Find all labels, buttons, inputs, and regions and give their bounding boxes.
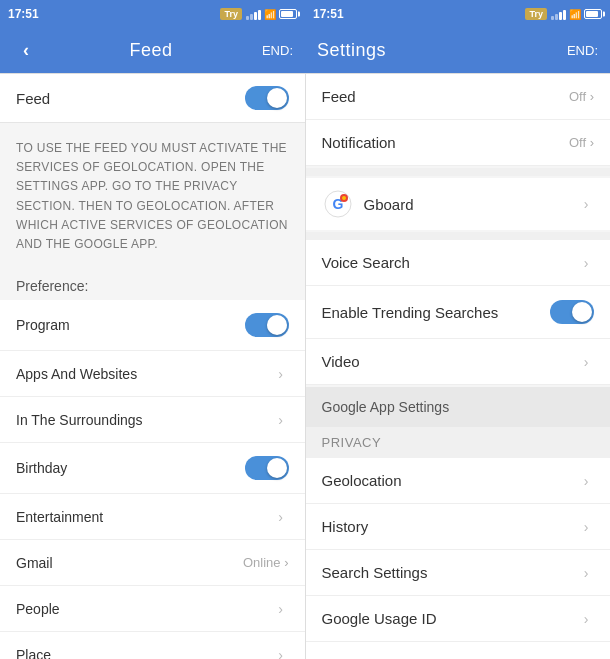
list-item[interactable]: In The Surroundings › <box>0 397 305 443</box>
chevron-icon: › <box>273 509 289 525</box>
voice-search-chevron-icon: › <box>578 255 594 271</box>
svg-point-3 <box>342 196 346 200</box>
google-app-settings-label: Google App Settings <box>322 399 450 415</box>
google-app-settings-section: Google App Settings <box>306 387 611 427</box>
feed-toggle[interactable] <box>245 86 289 110</box>
feed-info-text: To Use The Feed You Must Activate The Se… <box>0 125 305 268</box>
feed-setting-label: Feed <box>322 88 356 105</box>
right-status-bar: 17:51 Try 📶 <box>305 0 610 28</box>
list-item[interactable]: Apps And Websites › <box>0 351 305 397</box>
right-time: 17:51 <box>313 7 344 21</box>
left-panel: Feed To Use The Feed You Must Activate T… <box>0 74 306 659</box>
list-item[interactable]: Entertainment › <box>0 494 305 540</box>
right-nav-bar: Settings END: <box>305 28 610 73</box>
feed-toggle-section: Feed <box>0 74 305 123</box>
program-label: Program <box>16 317 70 333</box>
geolocation-chevron-icon: › <box>578 473 594 489</box>
right-panel: Feed Off › Notification Off › G <box>306 74 611 659</box>
touch-id-item[interactable]: Enable Touch ID per navigations in Cogni… <box>306 642 611 659</box>
wifi-icon-right: 📶 <box>569 9 581 20</box>
program-toggle[interactable] <box>245 313 289 337</box>
feed-toggle-label: Feed <box>16 90 50 107</box>
list-item[interactable]: Birthday <box>0 443 305 494</box>
feed-setting-item[interactable]: Feed Off › <box>306 74 611 120</box>
trending-toggle[interactable] <box>550 300 594 324</box>
gboard-section: G Gboard › <box>306 178 611 230</box>
preference-list: Program Apps And Websites › In The Surro… <box>0 300 305 659</box>
right-nav-end: END: <box>567 43 598 58</box>
geolocation-item[interactable]: Geolocation › <box>306 458 611 504</box>
google-usage-id-label: Google Usage ID <box>322 610 437 627</box>
google-usage-id-chevron-icon: › <box>578 611 594 627</box>
left-status-icons: 📶 <box>246 8 297 20</box>
history-item[interactable]: History › <box>306 504 611 550</box>
left-nav-title: Feed <box>129 40 172 61</box>
notification-label: Notification <box>322 134 396 151</box>
left-nav-bar: ‹ Feed END: <box>0 28 305 73</box>
birthday-label: Birthday <box>16 460 67 476</box>
voice-search-label: Voice Search <box>322 254 410 271</box>
search-settings-list: Voice Search › Enable Trending Searches … <box>306 240 611 385</box>
history-label: History <box>322 518 369 535</box>
right-status-icons: 📶 <box>551 8 602 20</box>
left-tag: Try <box>220 8 242 20</box>
chevron-icon: › <box>273 412 289 428</box>
surroundings-label: In The Surroundings <box>16 412 143 428</box>
chevron-icon: › <box>273 647 289 659</box>
list-item[interactable]: Program <box>0 300 305 351</box>
history-chevron-icon: › <box>578 519 594 535</box>
trending-searches-item[interactable]: Enable Trending Searches <box>306 286 611 339</box>
right-nav-title: Settings <box>317 40 386 61</box>
divider <box>306 168 611 176</box>
geolocation-label: Geolocation <box>322 472 402 489</box>
preference-heading: Preference: <box>0 268 305 300</box>
gboard-logo-icon: G <box>322 188 354 220</box>
right-tag: Try <box>525 8 547 20</box>
voice-search-item[interactable]: Voice Search › <box>306 240 611 286</box>
birthday-toggle[interactable] <box>245 456 289 480</box>
battery-icon-right <box>584 9 602 19</box>
left-status-bar: 17:51 Try 📶 <box>0 0 305 28</box>
list-item[interactable]: People › <box>0 586 305 632</box>
gboard-left: G Gboard <box>322 188 414 220</box>
video-label: Video <box>322 353 360 370</box>
gboard-label: Gboard <box>364 196 414 213</box>
top-settings-list: Feed Off › Notification Off › <box>306 74 611 166</box>
divider <box>306 232 611 240</box>
google-usage-id-item[interactable]: Google Usage ID › <box>306 596 611 642</box>
battery-icon-left <box>279 9 297 19</box>
list-item[interactable]: Gmail Online › <box>0 540 305 586</box>
notification-value: Off › <box>569 135 594 150</box>
privacy-list: Geolocation › History › Search Settings … <box>306 458 611 659</box>
video-chevron-icon: › <box>578 354 594 370</box>
gboard-item[interactable]: G Gboard › <box>306 178 611 230</box>
video-item[interactable]: Video › <box>306 339 611 385</box>
back-button[interactable]: ‹ <box>12 37 40 65</box>
gmail-label: Gmail <box>16 555 53 571</box>
notification-setting-item[interactable]: Notification Off › <box>306 120 611 166</box>
chevron-icon: › <box>273 366 289 382</box>
privacy-heading: Privacy <box>306 427 611 458</box>
gboard-chevron-icon: › <box>578 196 594 212</box>
search-settings-chevron-icon: › <box>578 565 594 581</box>
entertainment-label: Entertainment <box>16 509 103 525</box>
people-label: People <box>16 601 60 617</box>
apps-websites-label: Apps And Websites <box>16 366 137 382</box>
wifi-icon-left: 📶 <box>264 9 276 20</box>
search-settings-item[interactable]: Search Settings › <box>306 550 611 596</box>
feed-toggle-knob <box>267 88 287 108</box>
place-label: Place <box>16 647 51 659</box>
feed-setting-value: Off › <box>569 89 594 104</box>
chevron-icon: › <box>273 601 289 617</box>
trending-searches-label: Enable Trending Searches <box>322 304 499 321</box>
list-item[interactable]: Place › <box>0 632 305 659</box>
gmail-value: Online › <box>243 555 289 570</box>
left-time: 17:51 <box>8 7 39 21</box>
search-settings-label: Search Settings <box>322 564 428 581</box>
left-nav-end: END: <box>262 43 293 58</box>
